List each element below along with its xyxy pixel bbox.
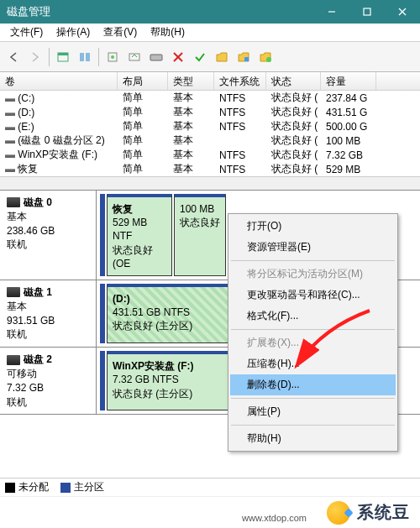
col-status[interactable]: 状态 bbox=[266, 72, 321, 90]
ctx-change-letter[interactable]: 更改驱动器号和路径(C)... bbox=[230, 285, 396, 306]
watermark-url: www.xtdop.com bbox=[242, 513, 307, 523]
volume-row[interactable]: ▬ WinXP安装盘 (F:)简单基本NTFS状态良好 (7.32 GB bbox=[0, 148, 420, 162]
toolbar bbox=[0, 42, 420, 72]
menu-action[interactable]: 操作(A) bbox=[50, 24, 97, 41]
disk-info[interactable]: 磁盘 1基本931.51 GB联机 bbox=[0, 280, 97, 347]
volume-row[interactable]: ▬ (D:)简单基本NTFS状态良好 (431.51 G bbox=[0, 105, 420, 119]
svg-rect-6 bbox=[80, 53, 84, 61]
disk-icon bbox=[7, 355, 20, 365]
partition[interactable]: 100 MB状态良好 bbox=[174, 194, 226, 276]
refresh-icon[interactable] bbox=[124, 47, 144, 67]
watermark: www.xtdop.com 系统豆 bbox=[0, 496, 420, 528]
title-bar: 磁盘管理 bbox=[0, 0, 420, 24]
menu-file[interactable]: 文件(F) bbox=[3, 24, 50, 41]
legend-primary: 主分区 bbox=[74, 480, 104, 494]
close-button[interactable] bbox=[385, 0, 420, 24]
legend: 未分配 主分区 bbox=[0, 478, 420, 496]
toolbar-icon[interactable] bbox=[146, 47, 166, 67]
ctx-extend[interactable]: 扩展卷(X)... bbox=[230, 332, 396, 353]
volume-row[interactable]: ▬ (C:)简单基本NTFS状态良好 (237.84 G bbox=[0, 91, 420, 105]
volume-list: 卷 布局 类型 文件系统 状态 容量 ▬ (C:)简单基本NTFS状态良好 (2… bbox=[0, 72, 420, 191]
ctx-format[interactable]: 格式化(F)... bbox=[230, 306, 396, 327]
col-type[interactable]: 类型 bbox=[168, 72, 214, 90]
volume-row[interactable]: ▬ (E:)简单基本NTFS状态良好 (500.00 G bbox=[0, 119, 420, 133]
toolbar-icon[interactable] bbox=[75, 47, 95, 67]
ctx-open[interactable]: 打开(O) bbox=[230, 216, 396, 237]
brand-name: 系统豆 bbox=[357, 501, 410, 524]
svg-rect-14 bbox=[244, 57, 249, 61]
folder-icon[interactable] bbox=[212, 47, 232, 67]
minimize-button[interactable] bbox=[314, 0, 349, 24]
disk-icon bbox=[7, 197, 20, 207]
col-fs[interactable]: 文件系统 bbox=[214, 72, 266, 90]
svg-point-15 bbox=[266, 57, 271, 62]
ctx-help[interactable]: 帮助(H) bbox=[230, 428, 396, 449]
window-title: 磁盘管理 bbox=[7, 4, 314, 19]
ctx-mark-active[interactable]: 将分区标记为活动分区(M) bbox=[230, 264, 396, 285]
col-capacity[interactable]: 容量 bbox=[321, 72, 376, 90]
scrollbar-horizontal[interactable] bbox=[0, 176, 420, 190]
col-layout[interactable]: 布局 bbox=[118, 72, 168, 90]
partition[interactable]: 恢复529 MB NTF状态良好 (OE bbox=[107, 194, 172, 276]
delete-icon[interactable] bbox=[168, 47, 188, 67]
volume-row[interactable]: ▬ 恢复简单基本NTFS状态良好 (529 MB bbox=[0, 162, 420, 176]
menu-view[interactable]: 查看(V) bbox=[97, 24, 144, 41]
ctx-explorer[interactable]: 资源管理器(E) bbox=[230, 237, 396, 258]
volume-header: 卷 布局 类型 文件系统 状态 容量 bbox=[0, 72, 420, 91]
svg-rect-7 bbox=[86, 53, 90, 61]
maximize-button[interactable] bbox=[349, 0, 385, 24]
svg-rect-5 bbox=[58, 53, 68, 55]
brand-icon bbox=[327, 501, 350, 525]
disk-icon bbox=[7, 287, 20, 297]
folder-icon[interactable] bbox=[255, 47, 276, 67]
menu-help[interactable]: 帮助(H) bbox=[144, 24, 192, 41]
folder-icon[interactable] bbox=[234, 47, 254, 67]
svg-point-9 bbox=[111, 55, 114, 59]
legend-unallocated: 未分配 bbox=[18, 480, 49, 494]
menu-bar: 文件(F) 操作(A) 查看(V) 帮助(H) bbox=[0, 24, 420, 42]
disk-info[interactable]: 磁盘 2可移动7.32 GB联机 bbox=[0, 348, 97, 414]
toolbar-icon[interactable] bbox=[102, 47, 123, 67]
forward-button[interactable] bbox=[25, 47, 45, 67]
context-menu: 打开(O) 资源管理器(E) 将分区标记为活动分区(M) 更改驱动器号和路径(C… bbox=[228, 213, 398, 452]
col-volume[interactable]: 卷 bbox=[0, 72, 118, 90]
volume-row[interactable]: ▬ (磁盘 0 磁盘分区 2)简单基本状态良好 (100 MB bbox=[0, 133, 420, 148]
toolbar-icon[interactable] bbox=[53, 47, 73, 67]
svg-rect-11 bbox=[150, 55, 162, 60]
disk-info[interactable]: 磁盘 0基本238.46 GB联机 bbox=[0, 191, 97, 280]
svg-rect-1 bbox=[364, 8, 370, 15]
ctx-delete[interactable]: 删除卷(D)... bbox=[230, 374, 396, 395]
ctx-properties[interactable]: 属性(P) bbox=[230, 401, 396, 422]
check-icon[interactable] bbox=[190, 47, 210, 67]
ctx-shrink[interactable]: 压缩卷(H)... bbox=[230, 353, 396, 374]
back-button[interactable] bbox=[3, 47, 24, 67]
